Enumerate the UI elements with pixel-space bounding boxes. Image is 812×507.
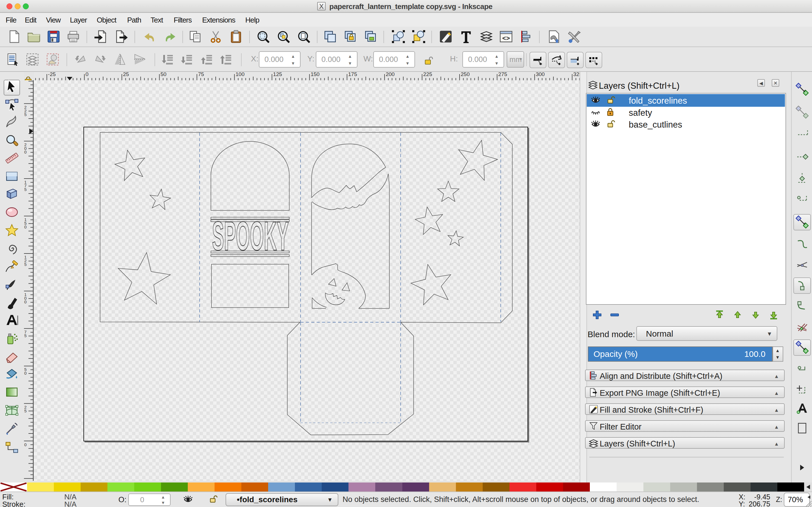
svg-text:125: 125 [273, 72, 282, 77]
svg-text:5: 5 [24, 262, 27, 267]
svg-text:300: 300 [536, 72, 545, 77]
svg-text:100: 100 [236, 72, 245, 77]
svg-text:<>: <> [502, 35, 510, 42]
svg-text:-25: -25 [48, 72, 56, 77]
svg-text:200: 200 [386, 72, 395, 77]
svg-text:75: 75 [198, 72, 204, 77]
svg-text:150: 150 [311, 72, 320, 77]
svg-text:225: 225 [423, 72, 432, 77]
svg-text:0: 0 [24, 442, 27, 447]
svg-text:25: 25 [123, 72, 129, 77]
svg-text:175: 175 [348, 72, 357, 77]
svg-text:275: 275 [498, 72, 507, 77]
svg-text:5: 5 [24, 187, 27, 192]
svg-text:250: 250 [461, 72, 470, 77]
svg-text:325: 325 [573, 72, 580, 77]
svg-text:0: 0 [24, 224, 27, 229]
svg-text:0: 0 [24, 150, 27, 154]
svg-text:-: - [24, 480, 26, 481]
svg-text:5: 5 [24, 112, 27, 117]
svg-text:5: 5 [24, 333, 27, 338]
svg-text:0: 0 [86, 72, 89, 77]
svg-text:SPOOKY: SPOOKY [212, 214, 289, 259]
svg-text:0: 0 [24, 371, 27, 376]
svg-text:50: 50 [160, 72, 166, 77]
svg-text:5: 5 [24, 408, 27, 413]
svg-text:0: 0 [24, 299, 27, 304]
